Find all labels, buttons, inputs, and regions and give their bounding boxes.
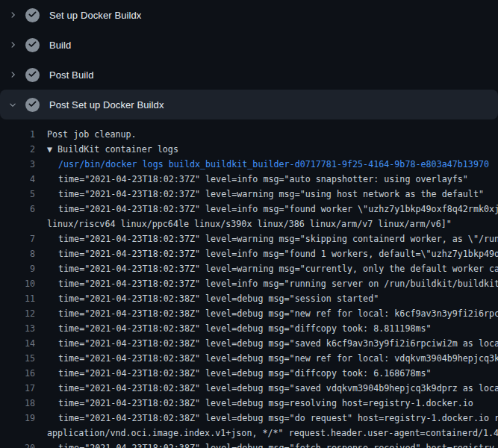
line-number[interactable]: 3 [0,157,35,172]
log-row: 15 time="2021-04-23T18:02:38Z" level=deb… [0,351,498,366]
line-number[interactable]: 2 [0,142,35,157]
line-number[interactable]: 1 [0,127,35,142]
line-number[interactable]: 4 [0,172,35,187]
log-row: 6 time="2021-04-23T18:02:37Z" level=info… [0,202,498,217]
line-number [0,426,35,441]
log-line-text: linux/riscv64 linux/ppc64le linux/s390x … [47,217,452,231]
log-row: 14 time="2021-04-23T18:02:38Z" level=deb… [0,336,498,351]
log-command-text: /usr/bin/docker logs buildx_buildkit_bui… [58,157,489,172]
chevron-right-icon [7,69,18,80]
log-line-text: time="2021-04-23T18:02:38Z" level=debug … [58,366,432,381]
step-label: Set up Docker Buildx [49,10,141,21]
step-label: Build [49,40,71,51]
log-line-text: time="2021-04-23T18:02:38Z" level=debug … [58,396,473,411]
log-row: 12 time="2021-04-23T18:02:38Z" level=deb… [0,306,498,321]
check-circle-icon [25,68,40,82]
log-row: 2 ▼ BuildKit container logs [0,142,498,157]
log-line-text: time="2021-04-23T18:02:37Z" level=warnin… [58,187,484,202]
log-line-text: time="2021-04-23T18:02:38Z" level=debug … [58,321,432,336]
line-number [0,217,35,231]
line-number[interactable]: 18 [0,396,35,411]
log-line-text: time="2021-04-23T18:02:38Z" level=debug … [58,291,379,306]
chevron-right-icon [7,40,18,50]
log-row: 10 time="2021-04-23T18:02:37Z" level=inf… [0,276,498,291]
log-row: 7 time="2021-04-23T18:02:37Z" level=warn… [0,231,498,246]
step-header-post-set-up-docker-buildx[interactable]: Post Set up Docker Buildx [0,90,498,119]
log-row: 4 time="2021-04-23T18:02:37Z" level=info… [0,172,498,187]
line-number[interactable]: 8 [0,246,35,261]
line-number[interactable]: 5 [0,187,35,202]
log-row: application/vnd.oci.image.index.v1+json,… [0,426,498,441]
line-number[interactable]: 16 [0,366,35,381]
step-header-build[interactable]: Build [0,30,498,60]
line-number[interactable]: 15 [0,351,35,366]
log-line-text: time="2021-04-23T18:02:37Z" level=info m… [58,246,498,261]
check-circle-icon [25,38,40,52]
log-line-text: application/vnd.oci.image.index.v1+json,… [47,426,498,441]
line-number[interactable]: 11 [0,291,35,306]
log-line-text: time="2021-04-23T18:02:37Z" level=info m… [58,172,468,187]
log-line-text: time="2021-04-23T18:02:38Z" level=debug … [58,381,498,396]
chevron-down-icon [7,99,18,110]
log-row: 11 time="2021-04-23T18:02:38Z" level=deb… [0,291,498,306]
log-line-text: Post job cleanup. [47,127,137,142]
line-number[interactable]: 14 [0,336,35,351]
log-row: 17 time="2021-04-23T18:02:38Z" level=deb… [0,381,498,396]
log-line-text: time="2021-04-23T18:02:38Z" level=debug … [58,411,498,426]
log-line-text: time="2021-04-23T18:02:38Z" level=debug … [58,351,498,366]
step-label: Post Set up Docker Buildx [49,99,164,111]
line-number[interactable]: 17 [0,381,35,396]
log-row: 1 Post job cleanup. [0,127,498,142]
step-list: Set up Docker Buildx Build P [0,0,498,119]
log-row: 5 time="2021-04-23T18:02:37Z" level=warn… [0,187,498,202]
log-row: 8 time="2021-04-23T18:02:37Z" level=info… [0,246,498,261]
line-number[interactable]: 10 [0,276,35,291]
log-row: 3 /usr/bin/docker logs buildx_buildkit_b… [0,157,498,172]
step-header-set-up-docker-buildx[interactable]: Set up Docker Buildx [0,0,498,30]
log-row: 9 time="2021-04-23T18:02:37Z" level=warn… [0,261,498,276]
line-number[interactable]: 6 [0,202,35,217]
log-group-toggle[interactable]: ▼ BuildKit container logs [47,142,178,157]
check-circle-icon [25,8,40,22]
log-line-text: time="2021-04-23T18:02:37Z" level=info m… [58,202,498,217]
log-row: linux/riscv64 linux/ppc64le linux/s390x … [0,217,498,231]
line-number[interactable]: 20 [0,441,35,448]
log-row: 16 time="2021-04-23T18:02:38Z" level=deb… [0,366,498,381]
log-line-text: time="2021-04-23T18:02:37Z" level=warnin… [58,231,498,246]
step-label: Post Build [49,69,94,81]
step-header-post-build[interactable]: Post Build [0,60,498,90]
log-row: 18 time="2021-04-23T18:02:38Z" level=deb… [0,396,498,411]
line-number[interactable]: 19 [0,411,35,426]
log-row: 20 time="2021-04-23T18:02:38Z" level=deb… [0,441,498,448]
chevron-right-icon [7,10,18,20]
check-circle-icon [25,98,40,112]
line-number[interactable]: 7 [0,231,35,246]
log-viewer: 1 Post job cleanup. 2 ▼ BuildKit contain… [0,119,498,448]
log-row: 19 time="2021-04-23T18:02:38Z" level=deb… [0,411,498,426]
log-row: 13 time="2021-04-23T18:02:38Z" level=deb… [0,321,498,336]
line-number[interactable]: 13 [0,321,35,336]
log-line-text: time="2021-04-23T18:02:37Z" level=warnin… [58,261,498,276]
log-line-text: time="2021-04-23T18:02:38Z" level=debug … [58,336,498,351]
log-line-text: time="2021-04-23T18:02:38Z" level=debug … [58,306,498,321]
log-line-text: time="2021-04-23T18:02:38Z" level=debug … [58,441,498,448]
line-number[interactable]: 12 [0,306,35,321]
log-line-text: time="2021-04-23T18:02:37Z" level=info m… [58,276,498,291]
line-number[interactable]: 9 [0,261,35,276]
